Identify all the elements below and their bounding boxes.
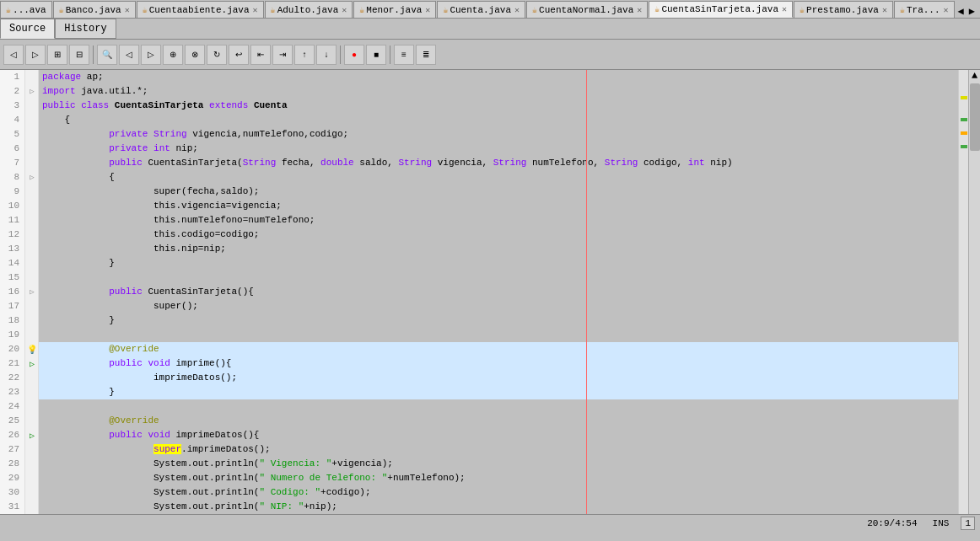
tab-cuentasintarjeta[interactable]: ☕ CuentaSinTarjeta.java ✕ [649, 1, 793, 18]
close-tab-adulto[interactable]: ✕ [342, 5, 347, 15]
sep1 [93, 46, 94, 64]
tab-cuentaabiente[interactable]: ☕ Cuentaabiente.java ✕ [137, 1, 264, 18]
close-tab-cuentasintarjeta[interactable]: ✕ [782, 4, 787, 14]
close-tab-banco[interactable]: ✕ [125, 5, 130, 15]
toolbar-btn12[interactable]: ⇤ [250, 45, 271, 65]
gutter-19 [25, 328, 39, 342]
tab-prestamo[interactable]: ☕ Prestamo.java ✕ [794, 1, 893, 18]
toolbar-find[interactable]: ⊕ [163, 45, 183, 65]
toolbar-search-next[interactable]: ▷ [141, 45, 161, 65]
java-icon: ☕ [443, 5, 448, 15]
gutter-1 [25, 70, 39, 84]
vertical-scrollbar[interactable]: ▲ [968, 70, 980, 514]
toolbar-btn15[interactable]: ↓ [316, 45, 337, 65]
gutter-24 [25, 399, 39, 414]
editor-root: ☕ ...ava ☕ Banco.java ✕ ☕ Cuentaabiente.… [0, 0, 980, 531]
tab-menor[interactable]: ☕ Menor.java ✕ [353, 1, 436, 18]
close-tab-cuenta[interactable]: ✕ [514, 5, 520, 15]
close-tab-cuentaabiente[interactable]: ✕ [253, 5, 258, 15]
code-editor[interactable]: 1 2 3 4 5 6 7 8 9 10 11 12 13 14 15 16 1… [0, 70, 980, 514]
close-tab-tra[interactable]: ✕ [944, 5, 949, 15]
line-5: private String vigencia,numTelefono,codi… [39, 127, 958, 142]
gutter-7 [25, 156, 39, 170]
line-1: package ap; [39, 70, 958, 84]
toolbar-forward[interactable]: ▷ [25, 45, 46, 65]
toolbar-toggle[interactable]: ⊞ [47, 45, 67, 65]
history-tab[interactable]: History [55, 19, 116, 39]
tab-scroll-left[interactable]: ◀ [956, 5, 967, 18]
scrollbar-up-arrow[interactable]: ▲ [969, 70, 980, 82]
gutter-6 [25, 142, 39, 156]
gutter-13 [25, 242, 39, 256]
toolbar-record[interactable]: ● [344, 45, 364, 65]
line-3: public class CuentaSinTarjeta extends Cu… [39, 99, 958, 113]
gutter-10 [25, 199, 39, 213]
toolbar-magnify[interactable]: 🔍 [97, 45, 117, 65]
close-tab-prestamo[interactable]: ✕ [882, 5, 887, 15]
toolbar-btn18[interactable]: ≡ [394, 45, 414, 65]
line-29: System.out.println(" Numero de Telefono:… [39, 471, 958, 485]
close-tab-menor[interactable]: ✕ [425, 5, 430, 15]
gutter-26[interactable]: ▷ [25, 428, 39, 442]
tab-cuenta[interactable]: ☕ Cuenta.java ✕ [437, 1, 525, 18]
gutter-23 [25, 385, 39, 399]
gutter-12 [25, 228, 39, 242]
toolbar-btn14[interactable]: ↑ [294, 45, 315, 65]
toolbar-btn19[interactable]: ≣ [416, 45, 436, 65]
gutter-17 [25, 299, 39, 313]
gutter-11 [25, 213, 39, 228]
java-icon: ☕ [800, 5, 805, 15]
code-content[interactable]: package ap; import java.util.*; public c… [39, 70, 958, 514]
line-11: this.numTelefono=numTelefono; [39, 213, 958, 228]
line-28: System.out.println(" Vigencia: "+vigenci… [39, 457, 958, 471]
gutter-5 [25, 127, 39, 142]
source-tab[interactable]: Source [0, 19, 55, 39]
tab-scroll-right[interactable]: ▶ [967, 5, 977, 18]
gutter-16[interactable]: ▷ [25, 285, 39, 299]
gutter-20-bulb[interactable]: 💡 [25, 342, 39, 356]
gutter-8[interactable]: ▷ [25, 170, 39, 185]
toolbar-back[interactable]: ◁ [3, 45, 24, 65]
close-tab-cuentanormal[interactable]: ✕ [637, 5, 642, 15]
gutter-27 [25, 442, 39, 457]
line-12: this.codigo=codigo; [39, 228, 958, 242]
gutter-31 [25, 500, 39, 514]
tab-ava[interactable]: ☕ ...ava [0, 1, 52, 18]
gutter-28 [25, 457, 39, 471]
tab-nav: ◀ ▶ ▼ ⊞ [956, 5, 980, 18]
line-2: import java.util.*; [39, 84, 958, 99]
gutter-2[interactable]: ▷ [25, 84, 39, 99]
toolbar-btn10[interactable]: ↻ [207, 45, 227, 65]
scrollbar-thumb[interactable] [970, 83, 980, 151]
line-18: } [39, 313, 958, 328]
toolbar-btn11[interactable]: ↩ [229, 45, 249, 65]
status-box-num: 1 [961, 517, 975, 530]
gutter-21[interactable]: ▷ [25, 356, 39, 371]
line-27: super.imprimeDatos(); [39, 442, 958, 457]
gutter: ▷ ▷ ▷ 💡 ▷ ▷ [25, 70, 39, 514]
margin-marker-orange [961, 131, 967, 135]
line-26: public void imprimeDatos(){ [39, 428, 958, 442]
gutter-30 [25, 485, 39, 500]
gutter-3 [25, 99, 39, 113]
line-10: this.vigencia=vigencia; [39, 199, 958, 213]
java-icon: ☕ [271, 5, 276, 15]
status-bar: 20:9/4:54 INS 1 [0, 514, 980, 531]
line-7: public CuentaSinTarjeta(String fecha, do… [39, 156, 958, 170]
line-17: super(); [39, 299, 958, 313]
line-9: super(fecha,saldo); [39, 185, 958, 199]
toolbar-stop[interactable]: ■ [366, 45, 386, 65]
line-numbers: 1 2 3 4 5 6 7 8 9 10 11 12 13 14 15 16 1… [0, 70, 25, 514]
toolbar-search-prev[interactable]: ◁ [119, 45, 139, 65]
tab-banco[interactable]: ☕ Banco.java ✕ [53, 1, 136, 18]
sep2 [340, 46, 341, 64]
toolbar-btn4[interactable]: ⊟ [69, 45, 89, 65]
gutter-9 [25, 185, 39, 199]
margin-marker-green1 [961, 118, 967, 121]
line-4: { [39, 113, 958, 127]
tab-cuentanormal[interactable]: ☕ CuentaNormal.java ✕ [526, 1, 648, 18]
toolbar-btn13[interactable]: ⇥ [272, 45, 293, 65]
tab-adulto[interactable]: ☕ Adulto.java ✕ [265, 1, 353, 18]
toolbar-find2[interactable]: ⊗ [185, 45, 205, 65]
tab-tra[interactable]: ☕ Tra... ✕ [894, 1, 955, 18]
